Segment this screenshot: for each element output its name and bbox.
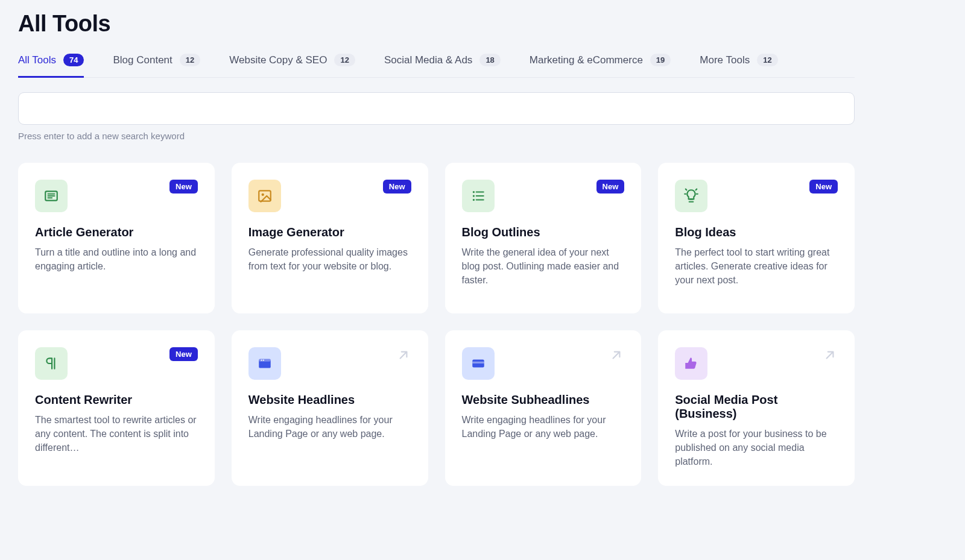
new-badge: New: [169, 347, 198, 361]
tool-card-website-subheadlines[interactable]: Website SubheadlinesWrite engaging headl…: [445, 330, 642, 486]
paragraph-icon: [35, 347, 68, 380]
card-header: New: [675, 180, 838, 212]
card-description: Write a post for your business to be pub…: [675, 427, 838, 469]
tab-count: 18: [479, 54, 500, 66]
card-description: Turn a title and outline into a long and…: [35, 245, 198, 273]
tab-count: 12: [334, 54, 355, 66]
card-title: Content Rewriter: [35, 393, 198, 407]
tab-count: 74: [63, 54, 84, 66]
card-title: Website Subheadlines: [462, 393, 625, 407]
svg-point-9: [263, 360, 264, 361]
window-icon: [248, 347, 281, 380]
list-icon: [462, 180, 495, 212]
tab-label: Marketing & eCommerce: [530, 54, 643, 66]
bulb-icon: [675, 180, 707, 212]
card-title: Blog Ideas: [675, 225, 838, 239]
category-tabs: All Tools74Blog Content12Website Copy & …: [18, 54, 855, 78]
svg-point-3: [472, 191, 474, 193]
page-title: All Tools: [18, 11, 855, 37]
search-input[interactable]: [18, 92, 855, 125]
open-arrow-icon: [396, 347, 411, 365]
tab-label: Social Media & Ads: [384, 54, 472, 66]
tools-grid: NewArticle GeneratorTurn a title and out…: [18, 163, 855, 486]
tab-social-media-ads[interactable]: Social Media & Ads18: [384, 54, 501, 77]
tab-count: 12: [757, 54, 777, 66]
tab-label: All Tools: [18, 54, 56, 66]
card-description: Write engaging headlines for your Landin…: [248, 413, 411, 441]
thumb-icon: [675, 347, 707, 380]
tab-website-copy-seo[interactable]: Website Copy & SEO12: [229, 54, 355, 77]
card-header: New: [462, 180, 625, 212]
tool-card-blog-ideas[interactable]: NewBlog IdeasThe perfect tool to start w…: [658, 163, 855, 313]
card-title: Social Media Post (Business): [675, 393, 838, 421]
new-badge: New: [809, 180, 838, 193]
open-arrow-icon: [609, 347, 624, 365]
tab-label: Website Copy & SEO: [229, 54, 327, 66]
open-arrow-icon: [822, 347, 838, 365]
card-header: [462, 347, 625, 380]
card-description: The smartest tool to rewrite articles or…: [35, 413, 198, 455]
tab-blog-content[interactable]: Blog Content12: [113, 54, 200, 77]
card-header: [675, 347, 838, 380]
card-description: The perfect tool to start writing great …: [675, 245, 838, 288]
search-hint: Press enter to add a new search keyword: [18, 131, 855, 141]
card-header: [248, 347, 411, 380]
new-badge: New: [383, 180, 411, 193]
card-description: Generate professional quality images fro…: [248, 245, 411, 273]
tab-all-tools[interactable]: All Tools74: [18, 54, 84, 77]
tab-more-tools[interactable]: More Tools12: [700, 54, 777, 77]
card-title: Website Headlines: [248, 393, 411, 407]
tool-card-article-generator[interactable]: NewArticle GeneratorTurn a title and out…: [18, 163, 215, 313]
svg-point-2: [261, 193, 264, 196]
tab-count: 12: [180, 54, 200, 66]
tab-label: Blog Content: [113, 54, 172, 66]
svg-rect-11: [472, 362, 484, 363]
tool-card-content-rewriter[interactable]: NewContent RewriterThe smartest tool to …: [18, 330, 215, 486]
card-title: Article Generator: [35, 225, 198, 239]
card-description: Write engaging headlines for your Landin…: [462, 413, 625, 441]
article-icon: [35, 180, 68, 212]
card-title: Image Generator: [248, 225, 411, 239]
tab-count: 19: [650, 54, 671, 66]
tab-label: More Tools: [700, 54, 750, 66]
svg-point-5: [472, 199, 474, 201]
svg-rect-7: [259, 359, 271, 361]
tool-card-website-headlines[interactable]: Website HeadlinesWrite engaging headline…: [232, 330, 428, 486]
tool-card-blog-outlines[interactable]: NewBlog OutlinesWrite the general idea o…: [445, 163, 642, 313]
card-description: Write the general idea of your next blog…: [462, 245, 625, 288]
card-title: Blog Outlines: [462, 225, 625, 239]
card-header: New: [35, 180, 198, 212]
svg-point-4: [472, 195, 474, 197]
card-header: New: [248, 180, 411, 212]
card-header: New: [35, 347, 198, 380]
tool-card-image-generator[interactable]: NewImage GeneratorGenerate professional …: [232, 163, 428, 313]
svg-point-8: [261, 360, 262, 361]
svg-rect-1: [259, 190, 271, 201]
new-badge: New: [169, 180, 198, 193]
tool-card-social-media-post-business-[interactable]: Social Media Post (Business)Write a post…: [658, 330, 855, 486]
card-icon: [462, 347, 495, 380]
image-icon: [248, 180, 281, 212]
tab-marketing-ecommerce[interactable]: Marketing & eCommerce19: [530, 54, 671, 77]
new-badge: New: [596, 180, 625, 193]
